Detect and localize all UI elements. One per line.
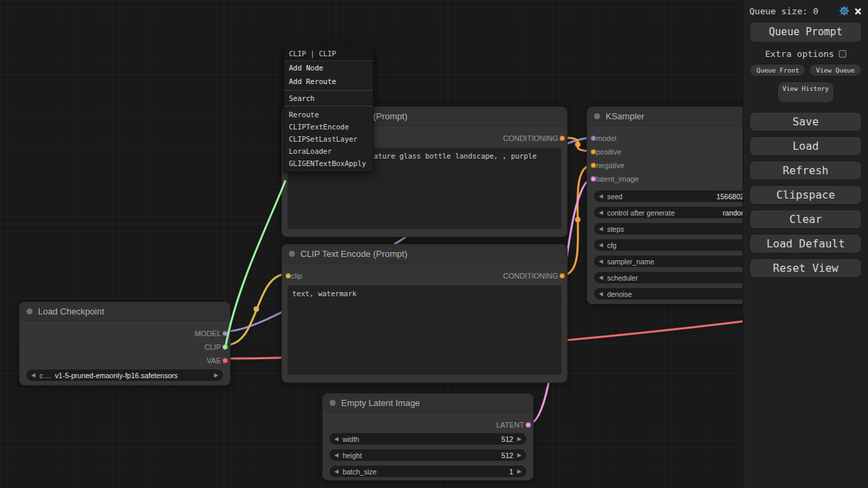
load-button[interactable]: Load	[749, 136, 862, 156]
queue-front-button[interactable]: Queue Front	[749, 64, 806, 77]
menu-item-gligentextboxapply[interactable]: GLIGENTextBoxApply	[284, 157, 373, 171]
menu-item-clipsetlastlayer[interactable]: CLIPSetLastLayer	[284, 133, 373, 145]
menu-item-search[interactable]: Search	[284, 90, 373, 106]
save-button[interactable]: Save	[749, 112, 862, 131]
menu-item-reroute[interactable]: Reroute	[284, 106, 373, 121]
refresh-button[interactable]: Refresh	[749, 161, 862, 180]
menu-item-cliptextencode[interactable]: CLIPTextEncode	[284, 121, 373, 133]
load-default-button[interactable]: Load Default	[749, 234, 862, 253]
extra-options-label: Extra options	[765, 49, 834, 59]
close-panel-icon[interactable]: ×	[854, 6, 862, 16]
wire-clip-dragging-link	[226, 180, 285, 345]
extra-options-checkbox[interactable]	[839, 50, 846, 58]
context-menu-title: CLIP | CLIP	[284, 47, 373, 61]
reset-view-button[interactable]: Reset View	[749, 258, 862, 278]
view-history-button[interactable]: View History	[777, 81, 834, 103]
clipspace-button[interactable]: Clipspace	[749, 185, 862, 205]
queue-prompt-button[interactable]: Queue Prompt	[749, 22, 862, 43]
main-menu-panel: Queue size: 0 × Queue Prompt Extra optio…	[743, 0, 868, 488]
menu-item-loraloader[interactable]: LoraLoader	[284, 145, 373, 157]
link-context-menu: CLIP | CLIP Add Node Add Reroute Search …	[283, 46, 374, 172]
view-queue-button[interactable]: View Queue	[809, 64, 861, 77]
dragging-link-layer	[0, 0, 868, 488]
menu-item-add-node[interactable]: Add Node	[284, 61, 373, 75]
clear-button[interactable]: Clear	[749, 209, 862, 229]
queue-size-label: Queue size: 0	[749, 6, 834, 16]
graph-canvas[interactable]: { "icons": { "arrow_left": "◀", "arrow_r…	[0, 0, 868, 488]
settings-gear-icon[interactable]	[839, 5, 850, 16]
menu-item-add-reroute[interactable]: Add Reroute	[284, 75, 373, 88]
